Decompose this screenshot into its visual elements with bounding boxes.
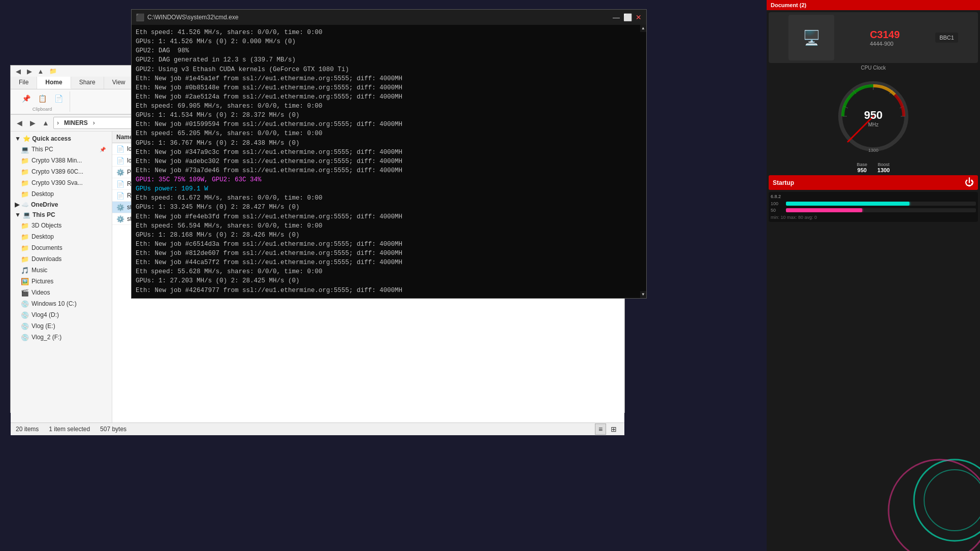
this-pc-section-label: This PC — [33, 211, 55, 218]
sidebar-item-vlog4-d[interactable]: 💿 Vlog4 (D:) — [11, 309, 112, 320]
gauge-section: CPU Clock — [769, 65, 978, 173]
folder-icon-4: 📁 — [21, 190, 29, 198]
pin-btn[interactable]: 📌 — [19, 91, 33, 106]
ribbon-path-hint: 📁 — [49, 68, 57, 75]
scroll-up-arrow[interactable]: ▲ — [640, 25, 646, 32]
cmd-line: GPU1: 35C 75% 109W, GPU2: 63C 34% — [136, 175, 642, 184]
cmd-line: Eth: New job #01599594 from ssl://eu1.et… — [136, 120, 642, 129]
sidebar-item-crypto-v389[interactable]: 📁 Crypto V389 60C... — [11, 166, 112, 177]
sidebar-item-vlog2-f[interactable]: 💿 Vlog_2 (F:) — [11, 332, 112, 343]
copy-btn[interactable]: 📋 — [35, 91, 49, 106]
cmd-line: GPU2: DAG generated in 12.3 s (339.7 MB/… — [136, 55, 642, 64]
selected-size: 507 bytes — [100, 426, 127, 433]
sidebar-item-downloads[interactable]: 📁 Downloads — [11, 253, 112, 265]
minimize-button[interactable]: — — [613, 14, 620, 21]
tab-share[interactable]: Share — [71, 77, 104, 89]
cmd-line: Eth: New job #adebc302 from ssl://eu1.et… — [136, 157, 642, 166]
sidebar-item-crypto-v388[interactable]: 📁 Crypto V388 Min... — [11, 155, 112, 166]
sidebar-item-music[interactable]: 🎵 Music — [11, 265, 112, 276]
file-type-icon: ⚙️ — [116, 168, 124, 176]
desktop-icon: 📁 — [21, 233, 29, 241]
sidebar-item-desktop[interactable]: 📁 Desktop — [11, 231, 112, 242]
nav-back[interactable]: ◀ — [14, 117, 25, 128]
restore-button[interactable]: ⬜ — [624, 14, 631, 21]
cmd-controls: — ⬜ ✕ — [613, 14, 642, 21]
monitor-panel-header: Document (2) — [767, 0, 980, 10]
monitor-card-info: C3149 4444-900 — [870, 29, 900, 47]
scroll-down-arrow[interactable]: ▼ — [640, 291, 646, 298]
cmd-line: Eth speed: 41.526 MH/s, shares: 0/0/0, t… — [136, 28, 642, 37]
back-ribbon-icon[interactable]: ◀ — [14, 67, 23, 76]
tab-view[interactable]: View — [104, 77, 134, 89]
close-button[interactable]: ✕ — [635, 14, 642, 21]
nav-up[interactable]: ▲ — [40, 117, 51, 128]
cmd-line: GPUs: 1: 36.767 MH/s (0) 2: 28.438 MH/s … — [136, 139, 642, 148]
up-ribbon-icon[interactable]: ▲ — [36, 67, 45, 76]
gauge-labels: Base 950 Boost 1300 — [857, 162, 890, 173]
monitor-card-image: 🖥️ — [788, 15, 834, 60]
vlog-e-label: Vlog (E:) — [31, 322, 55, 330]
bar-track-1 — [786, 202, 976, 206]
pin-icon: 📌 — [100, 147, 106, 152]
sidebar-item-documents[interactable]: 📁 Documents — [11, 242, 112, 253]
decorative-circles — [878, 399, 980, 551]
cmd-window[interactable]: ⬛ C:\WINDOWS\system32\cmd.exe — ⬜ ✕ Eth … — [131, 9, 647, 299]
3d-objects-label: 3D Objects — [31, 222, 61, 229]
sidebar-item-desktop-quick[interactable]: 📁 Desktop — [11, 188, 112, 200]
forward-ribbon-icon[interactable]: ▶ — [25, 67, 34, 76]
sidebar-label-crypto-v389: Crypto V389 60C... — [31, 168, 83, 175]
cmd-line: Eth speed: 56.594 MH/s, shares: 0/0/0, t… — [136, 221, 642, 231]
paste-btn[interactable]: 📄 — [51, 91, 66, 106]
sidebar-item-crypto-v390[interactable]: 📁 Crypto V390 Sva... — [11, 177, 112, 188]
gauge-container: 950 MHz 1300 — [833, 76, 914, 157]
onedrive-label: OneDrive — [31, 201, 58, 208]
pc-icon: 💻 — [21, 145, 29, 153]
cmd-line: Eth: New job #2ae5124a from ssl://eu1.et… — [136, 92, 642, 102]
windows-c-label: Windows 10 (C:) — [31, 300, 77, 307]
sidebar-item-vlog-e[interactable]: 💿 Vlog (E:) — [11, 320, 112, 332]
documents-label: Documents — [31, 244, 62, 251]
sidebar-section-quick-access[interactable]: ▼ ⭐ Quick access — [11, 134, 112, 144]
cmd-body[interactable]: Eth speed: 41.526 MH/s, shares: 0/0/0, t… — [132, 25, 646, 298]
pictures-label: Pictures — [31, 278, 53, 285]
boost-text: Boost — [877, 162, 890, 167]
details-view-btn[interactable]: ≡ — [595, 424, 606, 435]
sidebar-section-onedrive[interactable]: ▶ ☁️ OneDrive — [11, 200, 112, 210]
breadcrumb-text: › MINERS › — [57, 119, 95, 126]
bar-fill-teal — [786, 202, 909, 206]
sidebar-item-pictures[interactable]: 🖼️ Pictures — [11, 276, 112, 287]
startup-label: Startup — [773, 179, 794, 186]
sidebar-section-this-pc[interactable]: ▼ 💻 This PC — [11, 210, 112, 220]
cmd-line: Eth speed: 55.628 MH/s, shares: 0/0/0, t… — [136, 267, 642, 276]
cmd-line: GPUs: 1: 28.168 MH/s (0) 2: 28.426 MH/s … — [136, 231, 642, 240]
startup-icon: ⏻ — [965, 177, 974, 188]
svg-text:1300: 1300 — [868, 148, 878, 153]
statusbar-view-controls: ≡ ⊞ — [595, 424, 619, 435]
startup-card: Startup ⏻ — [769, 175, 978, 190]
this-pc-section-icon: 💻 — [23, 211, 30, 218]
cmd-title: C:\WINDOWS\system32\cmd.exe — [147, 14, 238, 21]
file-type-icon: ⚙️ — [116, 203, 124, 211]
sidebar-item-videos[interactable]: 🎬 Videos — [11, 287, 112, 298]
cmd-line: Eth: New job #44ca57f2 from ssl://eu1.et… — [136, 258, 642, 267]
cmd-line: Eth speed: 69.905 MH/s, shares: 0/0/0, t… — [136, 102, 642, 111]
nav-forward[interactable]: ▶ — [27, 117, 38, 128]
tab-home[interactable]: Home — [37, 77, 71, 89]
sidebar-item-3d-objects[interactable]: 📁 3D Objects — [11, 220, 112, 231]
sidebar-item-windows-c[interactable]: 💿 Windows 10 (C:) — [11, 298, 112, 309]
tab-file[interactable]: File — [11, 77, 37, 89]
boost-value: 1300 — [877, 167, 890, 173]
neon-chart: 6.8.2 100 50 min: 10 max: 80 avg: 0 — [769, 192, 978, 222]
pictures-icon: 🖼️ — [21, 277, 29, 285]
desktop-label: Desktop — [31, 233, 54, 240]
file-type-icon: 📄 — [116, 191, 124, 200]
tiles-view-btn[interactable]: ⊞ — [608, 424, 619, 435]
sidebar-label-crypto-v388: Crypto V388 Min... — [31, 157, 82, 164]
onedrive-icon: ☁️ — [21, 201, 29, 208]
sidebar-item-this-pc-quick[interactable]: 💻 This PC 📌 — [11, 144, 112, 155]
ribbon-clipboard-icons: 📌 📋 📄 — [19, 91, 66, 106]
downloads-icon: 📁 — [21, 255, 29, 263]
videos-label: Videos — [31, 289, 50, 296]
sidebar: ▼ ⭐ Quick access 💻 This PC 📌 📁 Crypto V3… — [11, 132, 112, 423]
clipboard-label: Clipboard — [33, 107, 52, 112]
